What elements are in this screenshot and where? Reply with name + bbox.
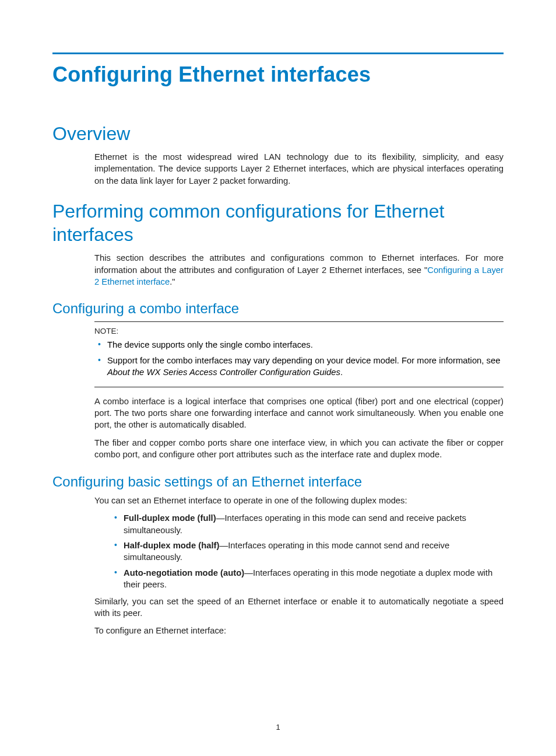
basic-config-lead: To configure an Ethernet interface: [94, 625, 504, 636]
overview-heading: Overview [52, 122, 504, 145]
basic-body: You can set an Ethernet interface to ope… [94, 495, 504, 637]
note2-pre: Support for the combo interfaces may var… [107, 356, 500, 365]
note-box: NOTE: The device supports only the singl… [94, 321, 504, 387]
note2-post: . [340, 368, 343, 377]
auto-neg-label: Auto-negotiation mode (auto) [124, 568, 244, 578]
basic-after-paragraph: Similarly, you can set the speed of an E… [94, 596, 504, 620]
top-rule [52, 52, 504, 54]
basic-heading: Configuring basic settings of an Etherne… [52, 474, 504, 490]
page-number: 1 [0, 723, 556, 732]
note2-italic: About the WX Series Access Controller Co… [107, 368, 340, 377]
duplex-item-auto: Auto-negotiation mode (auto)—Interfaces … [111, 567, 504, 591]
duplex-item-half: Half-duplex mode (half)—Interfaces opera… [111, 540, 504, 564]
full-duplex-label: Full-duplex mode (full) [124, 513, 216, 523]
performing-paragraph: This section describes the attributes an… [94, 252, 504, 288]
performing-text-post: ." [170, 277, 175, 286]
note-label: NOTE: [94, 327, 504, 335]
combo-body: A combo interface is a logical interface… [94, 396, 504, 461]
duplex-list: Full-duplex mode (full)—Interfaces opera… [111, 512, 504, 590]
combo-heading: Configuring a combo interface [52, 300, 504, 317]
duplex-item-full: Full-duplex mode (full)—Interfaces opera… [111, 512, 504, 536]
combo-paragraph-1: A combo interface is a logical interface… [94, 396, 504, 431]
note-item-2: Support for the combo interfaces may var… [94, 355, 504, 379]
basic-intro: You can set an Ethernet interface to ope… [94, 495, 504, 506]
half-duplex-label: Half-duplex mode (half) [124, 541, 219, 550]
performing-heading: Performing common configurations for Eth… [52, 200, 504, 246]
overview-paragraph: Ethernet is the most widespread wired LA… [94, 151, 504, 187]
document-page: Configuring Ethernet interfaces Overview… [0, 0, 556, 756]
note-item-1: The device supports only the single comb… [94, 339, 504, 351]
performing-body: This section describes the attributes an… [94, 252, 504, 288]
combo-paragraph-2: The fiber and copper combo ports share o… [94, 437, 504, 461]
page-title: Configuring Ethernet interfaces [52, 62, 504, 87]
overview-body: Ethernet is the most widespread wired LA… [94, 151, 504, 187]
note-list: The device supports only the single comb… [94, 339, 504, 378]
